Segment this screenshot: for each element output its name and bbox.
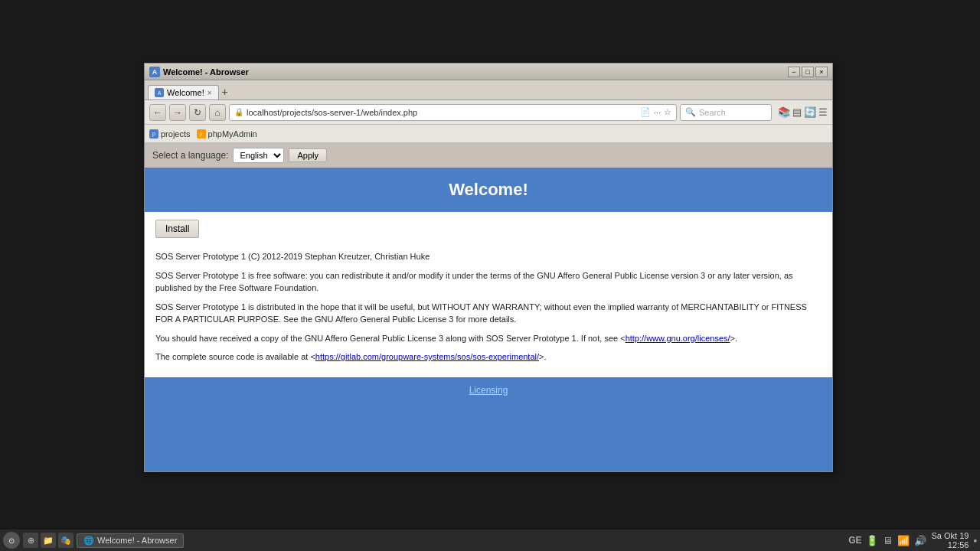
browser-icon: A xyxy=(149,67,160,77)
new-tab-button[interactable]: + xyxy=(219,84,231,99)
home-button[interactable]: ⌂ xyxy=(209,104,226,121)
welcome-header: Welcome! xyxy=(145,168,832,212)
tab-bar: A Welcome! × + xyxy=(145,80,832,100)
reader-view-icon[interactable]: 📄 xyxy=(640,107,651,117)
maximize-button[interactable]: □ xyxy=(802,67,814,77)
sidebar-icon[interactable]: ▤ xyxy=(792,106,802,118)
more-actions-icon[interactable]: ··· xyxy=(654,108,661,117)
search-bar[interactable]: 🔍 Search xyxy=(680,104,772,121)
volume-icon[interactable]: 🔊 xyxy=(914,535,926,546)
bookmarks-bar: p projects p phpMyAdmin xyxy=(145,125,832,143)
monitor-icon[interactable]: 🖥 xyxy=(883,535,893,546)
menu-icon[interactable]: ☰ xyxy=(818,106,828,118)
nav-extra-icons: 📚 ▤ 🔄 ☰ xyxy=(778,106,828,118)
bookmark-icon[interactable]: ☆ xyxy=(664,107,671,117)
license-text-2: SOS Server Prototype 1 is distributed in… xyxy=(155,301,822,326)
taskbar: ⊙ ⊕ 📁 🎭 🌐 Welcome! - Abrowser GE 🔋 🖥 📶 🔊… xyxy=(0,530,980,551)
projects-favicon: p xyxy=(149,129,158,139)
browser-content: Select a language: English Apply Welcome… xyxy=(145,143,832,471)
license-text-3-after: >. xyxy=(730,334,737,343)
language-select[interactable]: English xyxy=(233,148,284,163)
taskbar-browser-item[interactable]: 🌐 Welcome! - Abrowser xyxy=(77,533,184,548)
install-button[interactable]: Install xyxy=(155,220,199,238)
time-display: 12:56 xyxy=(931,540,969,549)
search-icon: 🔍 xyxy=(685,107,696,117)
gnu-license-link[interactable]: http://www.gnu.org/licenses/ xyxy=(626,334,730,343)
show-desktop-icon[interactable]: ▪ xyxy=(973,535,977,546)
apply-button[interactable]: Apply xyxy=(289,148,327,162)
window-title: Welcome! - Abrowser xyxy=(163,67,788,77)
source-code-before: The complete source code is available at… xyxy=(155,352,315,361)
nav-bar: ← → ↻ ⌂ 🔒 localhost/projects/sos-server-… xyxy=(145,100,832,125)
library-icon[interactable]: 📚 xyxy=(778,106,790,118)
active-tab[interactable]: A Welcome! × xyxy=(148,85,219,99)
locale-indicator: GE xyxy=(848,535,861,546)
tab-favicon: A xyxy=(155,88,164,97)
title-bar: A Welcome! - Abrowser − □ × xyxy=(145,64,832,80)
bookmark-projects-label: projects xyxy=(161,129,191,139)
sync-icon[interactable]: 🔄 xyxy=(804,106,816,118)
refresh-button[interactable]: ↻ xyxy=(189,104,206,121)
taskbar-icon-2[interactable]: 📁 xyxy=(41,533,56,548)
url-text: localhost/projects/sos-server-1/web/inde… xyxy=(247,108,637,117)
tab-label: Welcome! xyxy=(167,88,204,97)
taskbar-right: GE 🔋 🖥 📶 🔊 Sa Okt 19 12:56 ▪ xyxy=(848,531,977,549)
language-bar: Select a language: English Apply xyxy=(145,143,832,168)
license-text-3-before: You should have received a copy of the G… xyxy=(155,334,626,343)
browser-window: A Welcome! - Abrowser − □ × A Welcome! ×… xyxy=(144,63,833,472)
source-code-after: >. xyxy=(539,352,546,361)
network-icon[interactable]: 📶 xyxy=(897,535,910,546)
gitlab-link[interactable]: https://gitlab.com/groupware-systems/sos… xyxy=(315,352,539,361)
licensing-link[interactable]: Licensing xyxy=(469,385,508,396)
date-display: Sa Okt 19 xyxy=(931,531,969,540)
window-controls: − □ × xyxy=(788,67,828,77)
taskbar-quick-launch: ⊕ 📁 🎭 xyxy=(23,533,74,548)
back-button[interactable]: ← xyxy=(149,104,166,121)
battery-icon[interactable]: 🔋 xyxy=(866,535,878,546)
bookmark-phpmyadmin[interactable]: p phpMyAdmin xyxy=(197,129,257,139)
content-area: Install SOS Server Prototype 1 (C) 2012-… xyxy=(145,212,832,377)
bookmark-projects[interactable]: p projects xyxy=(149,129,191,139)
clock: Sa Okt 19 12:56 xyxy=(931,531,969,549)
welcome-title: Welcome! xyxy=(157,180,820,200)
footer-area: Licensing xyxy=(145,377,832,472)
taskbar-icon-3[interactable]: 🎭 xyxy=(58,533,74,548)
copyright-text: SOS Server Prototype 1 (C) 2012-2019 Ste… xyxy=(155,250,822,263)
close-button[interactable]: × xyxy=(815,67,828,77)
phpmyadmin-favicon: p xyxy=(197,129,206,139)
tab-close-button[interactable]: × xyxy=(207,89,212,97)
url-bar[interactable]: 🔒 localhost/projects/sos-server-1/web/in… xyxy=(229,104,677,121)
taskbar-icon-1[interactable]: ⊕ xyxy=(23,533,38,548)
taskbar-window-label: Welcome! - Abrowser xyxy=(97,536,177,545)
language-label: Select a language: xyxy=(152,150,228,161)
license-text-1: SOS Server Prototype 1 is free software:… xyxy=(155,269,822,295)
forward-button[interactable]: → xyxy=(169,104,186,121)
license-text-3: You should have received a copy of the G… xyxy=(155,332,822,345)
lock-icon: 🔒 xyxy=(234,108,243,116)
search-placeholder: Search xyxy=(699,108,726,117)
minimize-button[interactable]: − xyxy=(788,67,800,77)
source-code-text: The complete source code is available at… xyxy=(155,350,822,364)
bookmark-phpmyadmin-label: phpMyAdmin xyxy=(208,129,257,139)
start-button[interactable]: ⊙ xyxy=(3,532,20,549)
taskbar-browser-icon: 🌐 xyxy=(83,536,94,546)
